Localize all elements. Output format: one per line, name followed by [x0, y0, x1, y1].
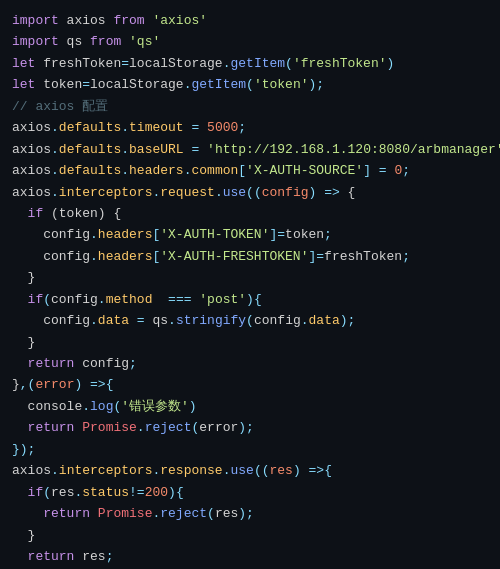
code-line-19: },(error) =>{: [12, 374, 488, 395]
code-line-9: axios.defaults.headers.common['X-AUTH-SO…: [12, 160, 488, 181]
code-line-1: import axios from 'axios': [12, 10, 488, 31]
code-line-29: return res;: [12, 546, 488, 567]
code-line-6: // axios 配置: [12, 96, 488, 117]
code-line-14: }: [12, 267, 488, 288]
code-line-11: if (token) {: [12, 203, 488, 224]
code-line-21: return Promise.reject(error);: [12, 417, 488, 438]
code-editor: import axios from 'axios' import qs from…: [0, 0, 500, 569]
code-line-10: axios.interceptors.request.use((config) …: [12, 182, 488, 203]
code-line-5: let token=localStorage.getItem('token');: [12, 74, 488, 95]
code-line-4: let freshToken=localStorage.getItem('fre…: [12, 53, 488, 74]
code-line-16: config.data = qs.stringify(config.data);: [12, 310, 488, 331]
code-line-13: config.headers['X-AUTH-FRESHTOKEN']=fres…: [12, 246, 488, 267]
code-line-18: return config;: [12, 353, 488, 374]
code-line-27: return Promise.reject(res);: [12, 503, 488, 524]
code-line-15: if(config.method === 'post'){: [12, 289, 488, 310]
code-line-2: import qs from 'qs': [12, 31, 488, 52]
code-line-8: axios.defaults.baseURL = 'http://192.168…: [12, 139, 488, 160]
code-line-12: config.headers['X-AUTH-TOKEN']=token;: [12, 224, 488, 245]
code-line-7: axios.defaults.timeout = 5000;: [12, 117, 488, 138]
code-line-24: axios.interceptors.response.use((res) =>…: [12, 460, 488, 481]
code-line-26: if(res.status!=200){: [12, 482, 488, 503]
code-line-22: });: [12, 439, 488, 460]
code-line-28: }: [12, 525, 488, 546]
code-line-17: }: [12, 332, 488, 353]
code-line-20: console.log('错误参数'): [12, 396, 488, 417]
